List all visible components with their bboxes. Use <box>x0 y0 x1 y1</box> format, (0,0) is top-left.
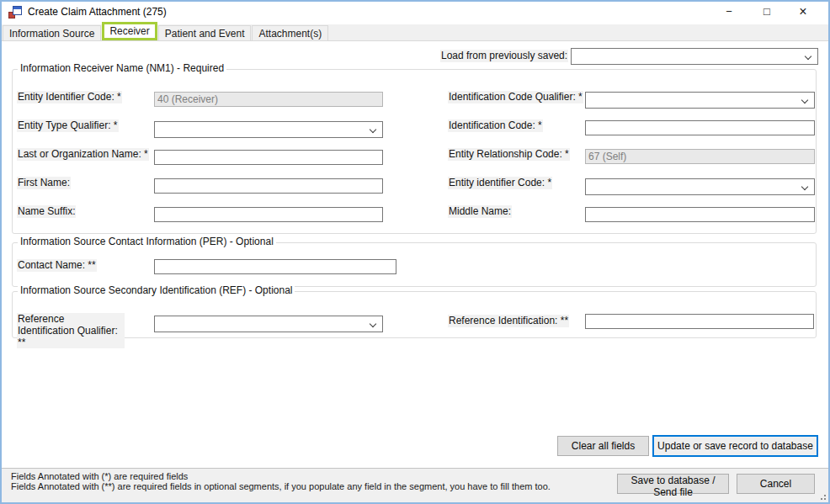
entity-identifier-code-field <box>154 92 383 107</box>
tab-information-source[interactable]: Information Source <box>3 25 101 40</box>
create-claim-attachment-window: Create Claim Attachment (275) − □ × Info… <box>0 0 830 504</box>
reference-identification-qualifier-combobox[interactable] <box>154 316 383 332</box>
title-bar[interactable]: Create Claim Attachment (275) − □ × <box>0 0 830 24</box>
chevron-down-icon <box>801 183 808 190</box>
entity-relationship-code-field <box>585 149 815 164</box>
window-title: Create Claim Attachment (275) <box>28 6 167 18</box>
chevron-down-icon <box>801 97 808 103</box>
first-name-label: First Name: <box>17 177 71 189</box>
minimize-icon[interactable]: − <box>712 0 746 24</box>
group-nm1-title: Information Receiver Name (NM1) - Requir… <box>18 62 226 74</box>
reference-identification-qualifier-label: Reference Identification Qualifier: ** <box>17 313 125 348</box>
save-to-database-send-file-button[interactable]: Save to database / Send file <box>617 474 729 494</box>
last-or-organization-name-field[interactable] <box>154 150 383 165</box>
required-fields-note: Fields Annotated with (*) are required f… <box>11 471 188 481</box>
footer-bar: Fields Annotated with (*) are required f… <box>0 469 830 504</box>
name-suffix-label: Name Suffix: <box>17 205 76 218</box>
identification-code-field[interactable] <box>585 120 815 135</box>
close-icon[interactable]: × <box>786 0 820 24</box>
chevron-down-icon <box>370 321 376 327</box>
entity-type-qualifier-combobox[interactable] <box>154 121 383 138</box>
tab-attachments[interactable]: Attachment(s) <box>252 25 328 40</box>
reference-identification-field[interactable] <box>585 314 814 329</box>
app-icon <box>8 6 22 19</box>
tab-receiver[interactable]: Receiver <box>102 22 157 40</box>
optional-segments-note: Fields Annotated with (**) are required … <box>11 481 551 491</box>
middle-name-field[interactable] <box>585 207 815 222</box>
entity-identifier-code2-label: Entity identifier Code: * <box>448 177 552 189</box>
group-ref-title: Information Source Secondary Identificat… <box>18 284 295 296</box>
middle-name-label: Middle Name: <box>448 205 512 218</box>
contact-name-label: Contact Name: ** <box>17 259 97 272</box>
update-or-save-record-button[interactable]: Update or save record to database <box>652 435 818 457</box>
contact-name-field[interactable] <box>154 259 396 274</box>
chevron-down-icon <box>805 53 811 60</box>
name-suffix-field[interactable] <box>154 207 383 222</box>
reference-identification-label: Reference Identification: ** <box>448 315 569 327</box>
identification-code-qualifier-combobox[interactable] <box>585 92 815 109</box>
last-or-organization-name-label: Last or Organization Name: * <box>17 148 149 161</box>
entity-type-qualifier-label: Entity Type Qualifier: * <box>17 119 119 132</box>
group-per: Information Source Contact Information (… <box>12 242 817 287</box>
tab-patient-and-event[interactable]: Patient and Event <box>158 25 252 40</box>
first-name-field[interactable] <box>154 178 383 194</box>
resize-grip[interactable] <box>818 492 827 501</box>
entity-identifier-code-label: Entity Identifier Code: * <box>17 91 122 103</box>
load-saved-combobox[interactable] <box>571 48 818 65</box>
tab-strip: Information Source Receiver Patient and … <box>0 24 830 41</box>
receiver-tab-page: Load from previously saved: Information … <box>0 42 830 468</box>
clear-all-fields-button[interactable]: Clear all fields <box>557 436 649 456</box>
maximize-icon[interactable]: □ <box>750 0 784 24</box>
cancel-button[interactable]: Cancel <box>737 474 815 494</box>
identification-code-qualifier-label: Identification Code Qualifier: * <box>448 91 583 103</box>
entity-relationship-code-label: Entity Relationship Code: * <box>448 148 570 161</box>
chevron-down-icon <box>370 126 376 133</box>
identification-code-label: Identification Code: * <box>448 119 543 132</box>
entity-identifier-code2-combobox[interactable] <box>585 178 815 195</box>
group-per-title: Information Source Contact Information (… <box>18 236 276 247</box>
load-saved-label: Load from previously saved: <box>440 50 568 62</box>
